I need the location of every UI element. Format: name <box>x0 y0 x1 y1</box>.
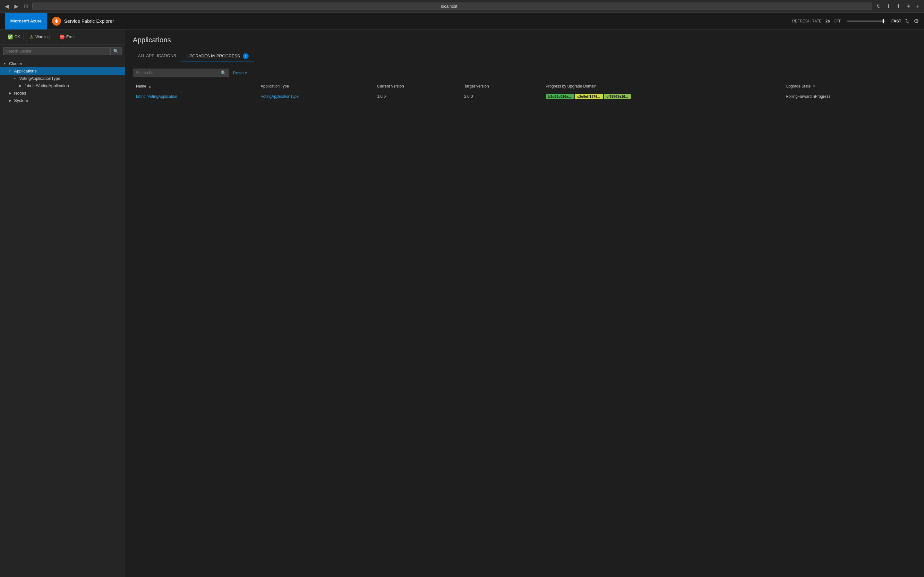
search-list-icon: 🔍 <box>221 70 226 75</box>
slider-thumb <box>883 19 884 23</box>
search-list-wrap: 🔍 <box>133 69 229 77</box>
refresh-button[interactable]: ↻ <box>875 3 882 10</box>
upgrades-tab-label: UPGRADES IN PROGRESS <box>186 53 240 58</box>
upgrade-domain-pills: b9d52c016a... c2e9eff1976... cf68563e16.… <box>546 94 779 99</box>
page-title: Applications <box>133 36 916 44</box>
row-progress-cell: b9d52c016a... c2e9eff1976... cf68563e16.… <box>543 91 782 102</box>
refresh-label: REFRESH RATE <box>792 19 822 23</box>
forward-button[interactable]: ▶ <box>13 3 20 10</box>
toggle-off-label: OFF <box>834 19 841 23</box>
refresh-speed-label: FAST <box>891 19 901 23</box>
error-icon: ⛔ <box>59 34 65 39</box>
app-title-area: ❋ Service Fabric Explorer <box>52 17 792 26</box>
cluster-caret: ▾ <box>4 62 9 65</box>
download-button[interactable]: ⬇ <box>885 3 892 10</box>
tree-item-nodes[interactable]: ▶ Nodes <box>0 89 125 97</box>
app-topbar: Microsoft Azure ❋ Service Fabric Explore… <box>0 13 924 29</box>
tab-all-applications[interactable]: ALL APPLICATIONS <box>133 51 181 62</box>
error-badge[interactable]: ⛔ Error <box>56 33 79 41</box>
row-upgrade-state-cell: RollingForwardInProgress <box>782 91 916 102</box>
ok-badge[interactable]: ✅ OK <box>4 33 23 41</box>
app-title: Service Fabric Explorer <box>64 18 114 24</box>
system-caret: ▶ <box>9 99 14 102</box>
new-tab-button[interactable]: + <box>915 3 921 10</box>
header-upgrade-state: Upgrade State ▽ <box>782 81 916 91</box>
applications-table: Name ▲ Application Type Current Version … <box>133 81 916 102</box>
azure-brand: Microsoft Azure <box>5 13 47 29</box>
tabs-row: ALL APPLICATIONS UPGRADES IN PROGRESS 1 <box>133 51 916 62</box>
refresh-icon-button[interactable]: ↻ <box>905 18 910 25</box>
header-target-version: Target Version <box>461 81 543 91</box>
tree-item-cluster[interactable]: ▾ Cluster <box>0 60 125 67</box>
system-label: System <box>14 98 28 103</box>
refresh-rate-value: 2s <box>825 19 830 23</box>
ud-pill-0: b9d52c016a... <box>546 94 574 99</box>
row-target-version-cell: 2.0.0 <box>461 91 543 102</box>
reset-all-button[interactable]: Reset All <box>233 71 249 75</box>
search-filter-row: 🔍 Reset All <box>133 69 916 77</box>
search-cluster-row: 🔍 <box>0 45 125 58</box>
error-label: Error <box>66 35 75 39</box>
header-app-type: Application Type <box>258 81 374 91</box>
cluster-label: Cluster <box>9 61 22 66</box>
ok-label: OK <box>15 35 20 39</box>
sf-icon: ❋ <box>52 17 61 26</box>
row-name-cell: fabric:/VotingApplication <box>133 91 258 102</box>
fabric-voting-label: fabric:/VotingApplication <box>24 83 69 88</box>
table-row: fabric:/VotingApplication VotingApplicat… <box>133 91 916 102</box>
topbar-right: REFRESH RATE 2s OFF FAST ↻ ⚙ <box>792 18 919 25</box>
warning-icon: ⚠ <box>29 34 34 39</box>
row-app-type-cell: VotingApplicationType <box>258 91 374 102</box>
sort-asc-icon: ▲ <box>148 85 152 88</box>
tree-item-votingapptype[interactable]: ▾ VotingApplicationType <box>0 75 125 82</box>
app-name-link[interactable]: fabric:/VotingApplication <box>136 94 177 99</box>
sidebar: ✅ OK ⚠ Warning ⛔ Error 🔍 ▾ Cluster <box>0 29 125 577</box>
browser-chrome: ◀ ▶ ⊡ ↻ ⬇ ⬆ ⊞ + <box>0 0 924 13</box>
tree-item-fabric-voting[interactable]: ▶ fabric:/VotingApplication <box>0 82 125 89</box>
status-bar: ✅ OK ⚠ Warning ⛔ Error <box>0 29 125 45</box>
header-name: Name ▲ <box>133 81 258 91</box>
filter-icon: ▽ <box>813 85 815 88</box>
tree-area: ▾ Cluster ▾ Applications ▾ VotingApplica… <box>0 58 125 577</box>
refresh-slider[interactable] <box>847 21 885 22</box>
upgrades-tab-badge: 1 <box>243 53 249 59</box>
table-body: fabric:/VotingApplication VotingApplicat… <box>133 91 916 102</box>
ud-pill-2: cf68563e16... <box>604 94 631 99</box>
ok-icon: ✅ <box>7 34 13 39</box>
table-header: Name ▲ Application Type Current Version … <box>133 81 916 91</box>
main-content: Applications ALL APPLICATIONS UPGRADES I… <box>125 29 924 577</box>
upgrade-state-label: Upgrade State <box>786 84 811 89</box>
row-current-version-cell: 1.0.0 <box>374 91 461 102</box>
warning-badge[interactable]: ⚠ Warning <box>26 33 53 41</box>
search-cluster-input[interactable] <box>3 47 111 55</box>
settings-icon-button[interactable]: ⚙ <box>914 18 919 25</box>
votingapptype-label: VotingApplicationType <box>19 76 60 81</box>
ud-pill-1: c2e9eff1976... <box>575 94 603 99</box>
header-current-version: Current Version <box>374 81 461 91</box>
view-button[interactable]: ⊡ <box>23 3 30 10</box>
tree-item-system[interactable]: ▶ System <box>0 97 125 104</box>
search-list-input[interactable] <box>136 71 221 75</box>
warning-label: Warning <box>35 35 49 39</box>
applications-label: Applications <box>14 69 37 73</box>
tabs-button[interactable]: ⊞ <box>905 3 912 10</box>
nodes-label: Nodes <box>14 91 26 95</box>
header-name-label: Name <box>136 84 146 89</box>
fabric-voting-caret: ▶ <box>19 84 24 87</box>
tree-item-applications[interactable]: ▾ Applications <box>0 67 125 75</box>
nodes-caret: ▶ <box>9 91 14 95</box>
votingapptype-caret: ▾ <box>14 77 19 80</box>
header-progress: Progress by Upgrade Domain <box>543 81 782 91</box>
main-layout: ✅ OK ⚠ Warning ⛔ Error 🔍 ▾ Cluster <box>0 29 924 577</box>
app-type-link[interactable]: VotingApplicationType <box>261 94 299 99</box>
search-cluster-button[interactable]: 🔍 <box>111 47 121 55</box>
tab-upgrades-in-progress[interactable]: UPGRADES IN PROGRESS 1 <box>181 51 254 62</box>
share-button[interactable]: ⬆ <box>895 3 902 10</box>
url-bar[interactable] <box>32 3 872 10</box>
applications-caret: ▾ <box>9 69 14 73</box>
back-button[interactable]: ◀ <box>3 3 10 10</box>
